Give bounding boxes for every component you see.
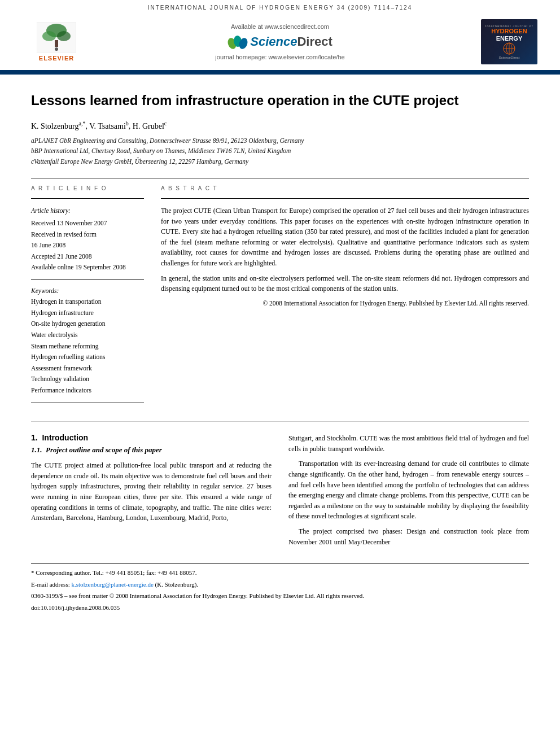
author-b: V. Tsatsami [89, 122, 126, 130]
intro-paragraph-right: Stuttgart, and Stockholm. CUTE was the m… [288, 433, 529, 547]
main-content: Lessons learned from infrastructure oper… [0, 75, 560, 626]
article-history-label: Article history: [31, 206, 144, 216]
author-c-sup: c [164, 120, 167, 126]
footnote-corresponding: * Corresponding author. Tel.: +49 441 85… [31, 568, 529, 578]
elsevier-tree-icon [37, 22, 76, 53]
separator-keywords [31, 279, 144, 279]
elsevier-logo: ELSEVIER [23, 22, 90, 62]
keywords-list: Hydrogen in transportationHydrogen infra… [31, 296, 144, 396]
body-separator [31, 421, 529, 422]
affiliation-c: cVattenfall Europe New Energy GmbH, Über… [31, 156, 529, 167]
sd-text: ScienceDirect [250, 34, 333, 49]
footnote-email: E-mail address: k.stolzenburg@planet-ene… [31, 580, 529, 590]
author-b-sup: b [126, 120, 129, 126]
svg-point-2 [42, 31, 56, 41]
banner: ELSEVIER Available at www.sciencedirect.… [0, 14, 560, 71]
received-line: Received 13 November 2007 [31, 218, 144, 228]
article-history: Article history: Received 13 November 20… [31, 206, 144, 272]
authors-line: K. Stolzenburga,*, V. Tsatsamib, H. Grub… [31, 120, 529, 131]
h-energy-logo-area: International Journal of HYDROGEN ENERGY… [470, 19, 537, 64]
email-link[interactable]: k.stolzenburg@planet-energie.de [71, 581, 153, 588]
section-1-number: 1. Introduction [31, 433, 272, 442]
keyword-item: Hydrogen refuelling stations [31, 352, 144, 363]
abstract-p2: In general, the station units and on-sit… [161, 273, 529, 294]
abstract-col: A B S T R A C T The project CUTE (Clean … [161, 185, 529, 410]
separator-bottom-info [31, 403, 144, 403]
keywords-label: Keywords: [31, 287, 144, 294]
footnote-doi: doi:10.1016/j.ijhydene.2008.06.035 [31, 603, 529, 613]
separator-abstract [161, 198, 529, 199]
abstract-copyright: © 2008 International Association for Hyd… [161, 299, 529, 309]
available-line: Available online 19 September 2008 [31, 262, 144, 272]
body-content: 1. Introduction 1.1. Project outline and… [31, 433, 529, 552]
elsevier-logo-area: ELSEVIER [23, 22, 90, 62]
keyword-item: Technology validation [31, 374, 144, 385]
journal-url: journal homepage: www.elsevier.com/locat… [90, 54, 470, 60]
affiliations: aPLANET GbR Engineering and Consulting, … [31, 136, 529, 167]
abstract-heading: A B S T R A C T [161, 185, 529, 191]
keyword-item: Hydrogen infrastructure [31, 308, 144, 319]
footnote-area: * Corresponding author. Tel.: +49 441 85… [31, 563, 529, 613]
sd-leaves-icon [228, 33, 248, 50]
article-info-col: A R T I C L E I N F O Article history: R… [31, 185, 144, 410]
author-a: K. Stolzenburg [31, 122, 79, 130]
elsevier-name: ELSEVIER [39, 55, 74, 62]
separator-1 [31, 178, 529, 178]
revised-date-line: 16 June 2008 [31, 240, 144, 250]
keyword-item: Steam methane reforming [31, 341, 144, 352]
accepted-line: Accepted 21 June 2008 [31, 251, 144, 261]
svg-rect-4 [55, 40, 58, 47]
footnote-issn: 0360-3199/$ – see front matter © 2008 In… [31, 591, 529, 601]
h-energy-globe-icon [498, 42, 520, 56]
keyword-item: On-site hydrogen generation [31, 318, 144, 330]
banner-center: Available at www.sciencedirect.com Scien… [90, 23, 470, 60]
separator-info [31, 198, 144, 199]
journal-header: International Journal of Hydrogen Energy… [0, 0, 560, 14]
abstract-text: The project CUTE (Clean Urban Transport … [161, 206, 529, 309]
keyword-item: Water electrolysis [31, 330, 144, 341]
h-energy-energy-text: ENERGY [496, 35, 522, 42]
svg-point-5 [55, 47, 58, 51]
svg-point-3 [57, 31, 71, 41]
affiliation-b: bBP International Ltd, Chertsey Road, Su… [31, 146, 529, 156]
affiliation-a: aPLANET GbR Engineering and Consulting, … [31, 136, 529, 146]
keyword-item: Hydrogen in transportation [31, 296, 144, 308]
available-text: Available at www.sciencedirect.com [90, 23, 470, 30]
keywords-block: Keywords: Hydrogen in transportationHydr… [31, 287, 144, 396]
abstract-p1: The project CUTE (Clean Urban Transport … [161, 206, 529, 269]
article-title: Lessons learned from infrastructure oper… [31, 91, 529, 109]
author-c: H. Grubel [133, 122, 164, 130]
article-info-abstract: A R T I C L E I N F O Article history: R… [31, 185, 529, 410]
keyword-item: Performance indicators [31, 385, 144, 396]
sd-small-logo: ScienceDirect [498, 56, 519, 59]
revised-label-line: Received in revised form [31, 229, 144, 239]
author-a-sup: a,* [79, 120, 86, 126]
intro-paragraph-1: The CUTE project aimed at pollution-free… [31, 460, 272, 523]
body-left: 1. Introduction 1.1. Project outline and… [31, 433, 272, 552]
article-info-heading: A R T I C L E I N F O [31, 185, 144, 191]
keyword-item: Assessment framework [31, 363, 144, 374]
body-right: Stuttgart, and Stockholm. CUTE was the m… [288, 433, 529, 552]
subsection-1-1-title: 1.1. Project outline and scope of this p… [31, 445, 272, 455]
sciencedirect-logo: ScienceDirect [90, 33, 470, 50]
h-energy-logo: International Journal of HYDROGEN ENERGY… [481, 19, 537, 64]
h-energy-hydrogen-text: HYDROGEN [491, 28, 527, 34]
